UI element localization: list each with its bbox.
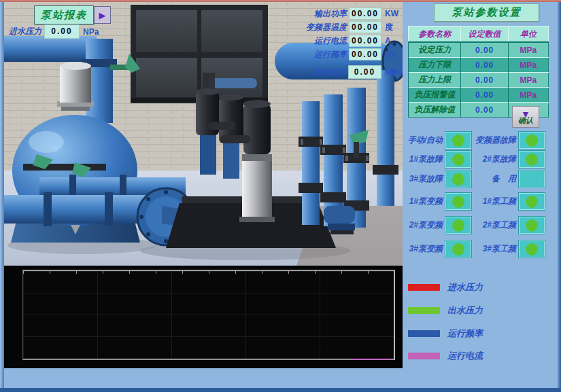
confirm-button[interactable]: ▼ 确认	[512, 106, 539, 128]
play-arrow-icon: ▶	[99, 10, 106, 20]
running-current-value: 00.00	[349, 35, 381, 47]
indicator-label-pump1-mains: 1#泵工频	[467, 196, 516, 207]
params-table: 参数名称 设定数值 单位 设定压力 0.00 MPa 压力下限 0.00 MPa…	[408, 26, 549, 118]
inlet-pressure-value: 0.00	[44, 24, 80, 39]
green-lamp-icon	[526, 154, 538, 166]
outlet-pressure-field: 出水压力 0.00 MPa	[290, 65, 403, 79]
param-unit: MPa	[508, 73, 548, 88]
green-lamp-icon	[526, 243, 538, 255]
legend-swatch-running-frequency	[408, 330, 440, 337]
indicator-label-pump1-fault: 1#泵故障	[394, 154, 443, 165]
outlet-pressure-unit: MPa	[385, 67, 403, 77]
col-param-name: 参数名称	[409, 26, 461, 43]
vfd-temperature-value: 00.00	[349, 21, 381, 33]
indicator-label-pump2-mains: 2#泵工频	[467, 219, 516, 231]
running-current-trace	[352, 359, 390, 360]
running-current-label: 运行电流	[291, 35, 347, 47]
indicator-label-pump1-vfd: 1#泵变频	[394, 196, 443, 207]
green-lamp-icon	[452, 173, 464, 185]
indicator-lamp-pump2-fault	[519, 151, 545, 168]
table-row: 压力下限 0.00 MPa	[409, 58, 549, 73]
legend-label-running-current: 运行电流	[447, 350, 483, 362]
running-frequency-label: 运行频率	[291, 49, 347, 60]
window	[131, 5, 268, 103]
output-power-field: 输出功率 00.00 KW	[291, 7, 403, 20]
inlet-pressure-field: 进水压力 0.00 NPa	[9, 24, 99, 39]
param-name: 压力上限	[409, 73, 461, 88]
table-row: 设定压力 0.00 MPa	[409, 42, 549, 58]
param-name: 设定压力	[409, 42, 461, 58]
frame-right-border	[558, 2, 561, 388]
params-header-row: 参数名称 设定数值 单位	[409, 26, 549, 43]
param-value-input[interactable]: 0.00	[461, 73, 509, 88]
legend-label-outlet-pressure: 出水压力	[447, 304, 483, 317]
outlet-pressure-value: 0.00	[348, 65, 381, 79]
chart-tick-marks	[23, 271, 394, 274]
param-value-input[interactable]: 0.00	[461, 42, 509, 58]
inlet-pressure-label: 进水压力	[9, 26, 41, 37]
report-arrow-button[interactable]: ▶	[94, 6, 111, 24]
frame-bottom-border	[0, 388, 561, 392]
param-value-input[interactable]: 0.00	[461, 103, 509, 118]
indicator-label-pump2-fault: 2#泵故障	[467, 154, 516, 165]
vfd-temperature-label: 变频器温度	[291, 22, 347, 33]
param-unit: MPa	[508, 42, 548, 58]
vfd-temperature-field: 变频器温度 00.00 度	[291, 21, 403, 33]
green-lamp-icon	[452, 135, 464, 147]
indicator-lamp-pump3-mains	[519, 240, 545, 257]
trend-chart-plot-area	[22, 270, 395, 360]
indicator-label-pump3-mains: 3#泵工频	[467, 243, 516, 255]
green-lamp-icon	[452, 243, 464, 255]
table-row: 负压报警值 0.00 MPa	[409, 88, 549, 103]
params-panel-title: 泵站参数设置	[434, 3, 539, 22]
green-lamp-icon	[526, 135, 538, 147]
running-current-unit: A	[385, 36, 403, 46]
param-value-input[interactable]: 0.00	[461, 58, 509, 73]
indicator-lamp-vfd-fault	[519, 132, 545, 149]
param-name: 压力下限	[409, 58, 461, 73]
trend-chart-panel	[4, 266, 403, 368]
outlet-pressure-label: 出水压力	[290, 67, 346, 78]
param-unit: MPa	[508, 58, 548, 73]
legend-swatch-outlet-pressure	[408, 307, 440, 314]
confirm-button-label: 确认	[518, 117, 533, 124]
frame-top-border	[0, 0, 561, 2]
indicator-label-auto-manual: 手动/自动	[394, 135, 443, 146]
indicator-lamp-spare	[519, 171, 545, 188]
frame-left-border	[0, 2, 4, 388]
indicator-label-pump2-vfd: 2#泵变频	[394, 219, 443, 231]
green-lamp-icon	[452, 196, 464, 208]
green-lamp-icon	[452, 154, 464, 166]
param-name: 负压解除值	[409, 103, 461, 118]
inlet-pressure-unit: NPa	[83, 27, 99, 37]
vfd-temperature-unit: 度	[385, 22, 403, 33]
indicator-lamp-pump1-mains	[519, 193, 545, 210]
green-lamp-icon	[452, 219, 464, 232]
table-row: 压力上限 0.00 MPa	[409, 73, 549, 88]
legend-swatch-running-current	[408, 353, 440, 359]
green-lamp-icon	[526, 196, 538, 208]
legend-label-running-frequency: 运行频率	[447, 327, 483, 340]
running-frequency-unit: Hz	[385, 50, 403, 59]
indicator-label-spare: 备 用	[467, 173, 516, 185]
param-name: 负压报警值	[409, 88, 461, 103]
indicator-label-pump3-fault: 3#泵故障	[394, 173, 443, 185]
running-frequency-value: 00.00	[349, 48, 381, 60]
col-set-value: 设定数值	[461, 26, 509, 43]
output-power-value: 00.00	[349, 7, 381, 20]
legend-swatch-inlet-pressure	[408, 284, 440, 291]
running-current-field: 运行电流 00.00 A	[291, 35, 403, 47]
param-value-input[interactable]: 0.00	[461, 88, 509, 103]
indicator-lamp-pump2-mains	[519, 217, 545, 234]
legend-label-inlet-pressure: 进水压力	[447, 281, 483, 293]
param-unit: MPa	[508, 88, 548, 103]
output-power-label: 输出功率	[291, 8, 347, 20]
output-power-unit: KW	[385, 9, 403, 18]
running-frequency-field: 运行频率 00.00 Hz	[291, 48, 403, 60]
green-lamp-icon	[526, 219, 538, 232]
indicator-label-pump3-vfd: 3#泵变频	[394, 243, 443, 255]
indicator-label-vfd-fault: 变频器故障	[467, 135, 516, 146]
col-unit: 单位	[508, 26, 548, 43]
report-button[interactable]: 泵站报表	[34, 5, 94, 24]
